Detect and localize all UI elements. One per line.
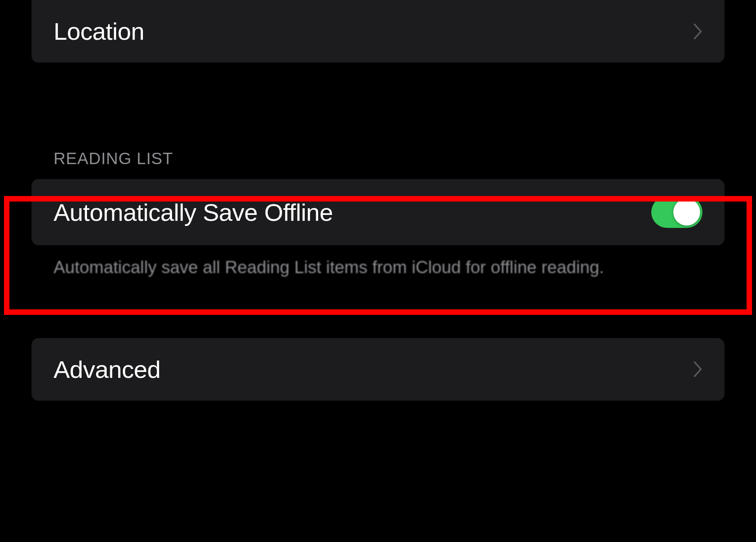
cell-label-location: Location <box>54 17 144 45</box>
section-header-reading-list: READING LIST <box>32 149 724 168</box>
toggle-auto-save-offline[interactable] <box>651 196 702 228</box>
chevron-right-icon <box>693 361 702 378</box>
chevron-right-icon <box>693 23 702 40</box>
settings-cell-advanced[interactable]: Advanced <box>32 338 724 401</box>
section-footer-reading-list: Automatically save all Reading List item… <box>32 245 724 280</box>
cell-label-advanced: Advanced <box>54 355 161 383</box>
settings-cell-location[interactable]: Location <box>32 0 724 63</box>
cell-label-auto-save: Automatically Save Offline <box>54 198 333 226</box>
toggle-knob <box>673 199 700 226</box>
settings-cell-auto-save-offline[interactable]: Automatically Save Offline <box>32 179 724 245</box>
